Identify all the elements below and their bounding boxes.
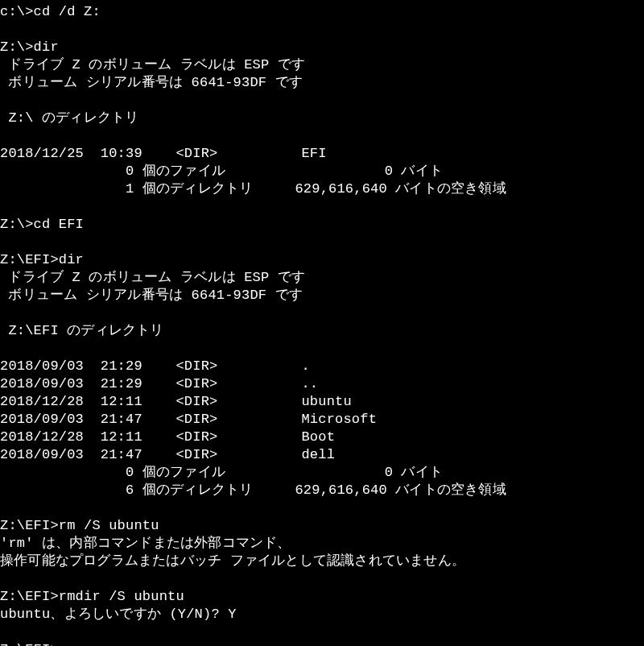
terminal-line: [0, 340, 644, 358]
output-text: ボリューム シリアル番号は 6641-93DF です: [0, 288, 303, 303]
terminal-line: 2018/09/03 21:29 <DIR> .: [0, 358, 644, 375]
terminal-line: c:\>cd /d Z:: [0, 3, 644, 21]
terminal-line: 2018/12/25 10:39 <DIR> EFI: [0, 145, 644, 163]
terminal-line: ドライブ Z のボリューム ラベルは ESP です: [0, 269, 644, 287]
terminal-line: 'rm' は、内部コマンドまたは外部コマンド、: [0, 535, 644, 553]
output-text: 0 個のファイル 0 バイト: [0, 465, 443, 480]
terminal-line: [0, 127, 644, 145]
command-text: rm /S ubuntu: [59, 518, 159, 533]
terminal-output[interactable]: c:\>cd /d Z:Z:\>dir ドライブ Z のボリューム ラベルは E…: [0, 0, 644, 646]
output-text: 2018/09/03 21:29 <DIR> ..: [0, 376, 318, 391]
prompt: Z:\EFI>: [0, 642, 59, 646]
output-text: 0 個のファイル 0 バイト: [0, 164, 443, 179]
output-text: 2018/09/03 21:29 <DIR> .: [0, 358, 310, 374]
output-text: 操作可能なプログラムまたはバッチ ファイルとして認識されていません。: [0, 553, 465, 569]
terminal-line: 0 個のファイル 0 バイト: [0, 163, 644, 180]
terminal-line: 2018/12/28 12:11 <DIR> ubuntu: [0, 393, 644, 411]
terminal-line: [0, 92, 644, 110]
terminal-line: 0 個のファイル 0 バイト: [0, 464, 644, 482]
prompt: Z:\EFI>: [0, 589, 59, 604]
output-text: 2018/09/03 21:47 <DIR> dell: [0, 447, 335, 462]
command-text: dir: [34, 39, 59, 55]
terminal-line: 2018/09/03 21:47 <DIR> Microsoft: [0, 411, 644, 429]
terminal-line: [0, 499, 644, 517]
terminal-line: 6 個のディレクトリ 629,616,640 バイトの空き領域: [0, 482, 644, 499]
terminal-line: ubuntu、よろしいですか (Y/N)? Y: [0, 606, 644, 623]
terminal-line: [0, 198, 644, 216]
terminal-line: Z:\ のディレクトリ: [0, 110, 644, 127]
prompt: Z:\>: [0, 217, 34, 232]
command-text: dir: [59, 252, 84, 267]
terminal-line: ドライブ Z のボリューム ラベルは ESP です: [0, 56, 644, 74]
terminal-line: 2018/09/03 21:29 <DIR> ..: [0, 375, 644, 393]
output-text: ドライブ Z のボリューム ラベルは ESP です: [0, 270, 305, 285]
output-text: 1 個のディレクトリ 629,616,640 バイトの空き領域: [0, 181, 506, 197]
terminal-line: 1 個のディレクトリ 629,616,640 バイトの空き領域: [0, 180, 644, 198]
output-text: ubuntu、よろしいですか (Y/N)? Y: [0, 607, 237, 622]
terminal-line: [0, 234, 644, 251]
terminal-line: Z:\EFI のディレクトリ: [0, 322, 644, 340]
output-text: 2018/12/28 12:11 <DIR> Boot: [0, 429, 335, 445]
output-text: 'rm' は、内部コマンドまたは外部コマンド、: [0, 536, 291, 551]
output-text: 2018/09/03 21:47 <DIR> Microsoft: [0, 412, 377, 427]
output-text: ドライブ Z のボリューム ラベルは ESP です: [0, 57, 305, 72]
terminal-line: Z:\EFI>: [0, 641, 644, 646]
terminal-line: Z:\>dir: [0, 39, 644, 56]
terminal-line: Z:\>cd EFI: [0, 216, 644, 234]
terminal-line: Z:\EFI>rmdir /S ubuntu: [0, 588, 644, 606]
terminal-line: ボリューム シリアル番号は 6641-93DF です: [0, 74, 644, 92]
output-text: 2018/12/25 10:39 <DIR> EFI: [0, 146, 327, 161]
output-text: ボリューム シリアル番号は 6641-93DF です: [0, 75, 303, 90]
prompt: Z:\EFI>: [0, 518, 59, 533]
terminal-line: [0, 570, 644, 588]
terminal-line: [0, 623, 644, 641]
command-text: cd EFI: [34, 217, 84, 232]
output-text: Z:\ のディレクトリ: [0, 110, 138, 126]
prompt: Z:\>: [0, 39, 34, 55]
output-text: Z:\EFI のディレクトリ: [0, 323, 164, 338]
terminal-line: 操作可能なプログラムまたはバッチ ファイルとして認識されていません。: [0, 553, 644, 570]
terminal-line: 2018/12/28 12:11 <DIR> Boot: [0, 429, 644, 446]
command-text: rmdir /S ubuntu: [59, 589, 184, 604]
command-text: cd /d Z:: [34, 4, 101, 19]
terminal-line: 2018/09/03 21:47 <DIR> dell: [0, 446, 644, 464]
terminal-line: ボリューム シリアル番号は 6641-93DF です: [0, 287, 644, 304]
prompt: Z:\EFI>: [0, 252, 59, 267]
terminal-line: [0, 304, 644, 322]
output-text: 6 個のディレクトリ 629,616,640 バイトの空き領域: [0, 482, 506, 498]
terminal-line: Z:\EFI>rm /S ubuntu: [0, 517, 644, 535]
prompt: c:\>: [0, 4, 34, 19]
terminal-line: [0, 21, 644, 39]
output-text: 2018/12/28 12:11 <DIR> ubuntu: [0, 394, 352, 409]
terminal-line: Z:\EFI>dir: [0, 251, 644, 269]
